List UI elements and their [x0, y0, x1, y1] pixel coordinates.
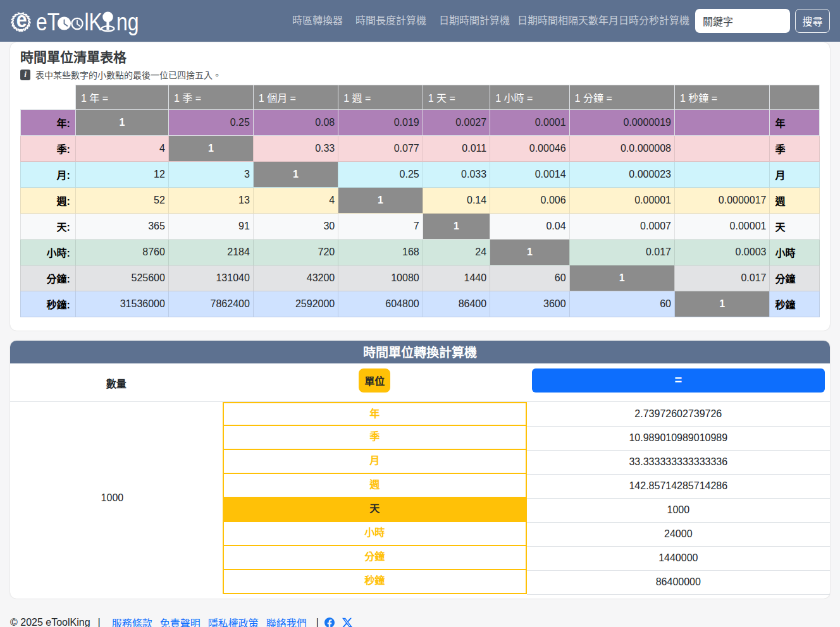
svg-text:eT: eT: [36, 8, 59, 35]
svg-text:ng: ng: [116, 8, 139, 35]
svg-text:lK: lK: [85, 8, 102, 35]
svg-text:e: e: [16, 6, 27, 32]
